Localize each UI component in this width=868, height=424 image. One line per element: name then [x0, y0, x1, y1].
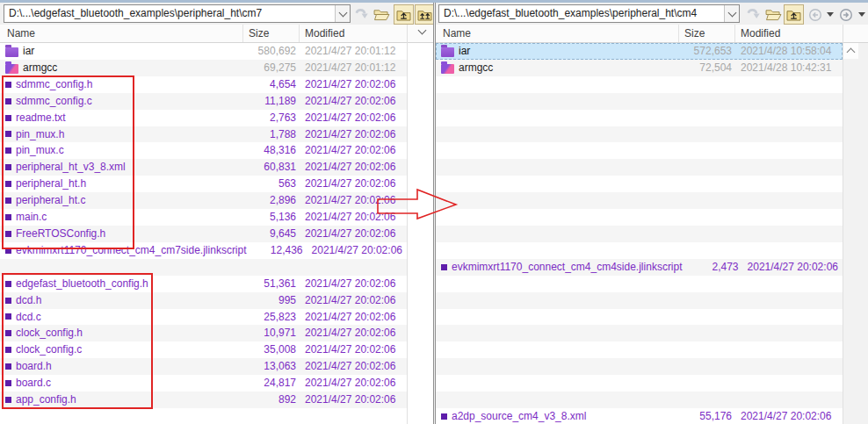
- file-square-icon: [5, 198, 11, 204]
- right-sync-arrow-button[interactable]: [743, 4, 763, 25]
- file-row[interactable]: readme.txt2,7632021/4/27 20:02:06: [0, 110, 407, 126]
- row-modified: 2021/4/27 20:02:06: [303, 341, 401, 358]
- file-square-icon: [5, 397, 11, 403]
- row-name-label: iar: [459, 43, 470, 60]
- blank-row: [436, 309, 843, 326]
- row-name-label: evkmimxrt1170_connect_cm4_cm4side.jlinks…: [452, 259, 683, 276]
- file-row[interactable]: pin_mux.h1,7882021/4/27 20:02:06: [0, 126, 407, 143]
- blank-row: [436, 325, 843, 341]
- left-combo-dropdown-button[interactable]: [335, 5, 350, 22]
- row-modified: 2021/4/27 20:02:06: [303, 325, 401, 341]
- row-size: 1,788: [247, 126, 296, 143]
- right-scrollbar[interactable]: [843, 43, 868, 424]
- row-size: 995: [247, 292, 296, 309]
- file-row[interactable]: app_config.h8922021/4/27 20:02:06: [0, 392, 407, 408]
- right-path-combobox[interactable]: D:\...\edgefast_bluetooth_examples\perip…: [438, 4, 740, 23]
- file-row[interactable]: edgefast_bluetooth_config.h51,3612021/4/…: [0, 276, 407, 292]
- row-size: 9,645: [247, 226, 296, 242]
- file-square-icon: [5, 181, 11, 187]
- file-square-icon: [5, 231, 11, 237]
- folder-row[interactable]: iar572,6532021/4/28 10:58:04: [436, 43, 843, 60]
- file-row[interactable]: dcd.c25,8232021/4/27 20:02:06: [0, 309, 407, 326]
- folder-row[interactable]: iar580,6922021/4/27 20:01:12: [0, 43, 407, 60]
- folder-row[interactable]: armgcc72,5042021/4/28 10:42:31: [436, 60, 843, 76]
- left-folder-up-button[interactable]: [394, 4, 414, 25]
- row-name-label: app_config.h: [16, 392, 76, 408]
- blank-row: [436, 76, 843, 93]
- folder-row[interactable]: armgcc69,2752021/4/27 20:01:12: [0, 60, 407, 76]
- row-modified: 2021/4/27 20:02:06: [303, 93, 401, 110]
- file-row[interactable]: board.h13,0632021/4/27 20:02:06: [0, 358, 407, 375]
- row-modified: 2021/4/27 20:02:06: [303, 176, 401, 192]
- right-combo-dropdown-button[interactable]: [724, 5, 739, 22]
- file-row[interactable]: clock_config.c35,0082021/4/27 20:02:06: [0, 341, 407, 358]
- row-size: 72,504: [683, 60, 732, 76]
- row-name: pin_mux.c: [5, 142, 240, 159]
- row-modified: 2021/4/27 20:02:06: [303, 159, 401, 176]
- row-modified: 2021/4/27 20:02:06: [303, 110, 401, 126]
- folder-up-icon: [396, 8, 411, 21]
- right-column-modified[interactable]: Modified: [739, 27, 837, 40]
- left-column-modified[interactable]: Modified: [303, 27, 401, 40]
- row-modified: 2021/4/27 20:02:06: [303, 192, 401, 209]
- nav-forward-menu-button[interactable]: [855, 4, 868, 25]
- blank-row: [436, 142, 843, 159]
- row-name-label: armgcc: [23, 60, 57, 76]
- file-square-icon: [5, 82, 11, 88]
- file-row[interactable]: peripheral_ht.h5632021/4/27 20:02:06: [0, 176, 407, 192]
- file-row[interactable]: board.c24,8172021/4/27 20:02:06: [0, 375, 407, 392]
- file-square-icon: [5, 248, 11, 254]
- blank-row: [436, 176, 843, 192]
- left-header-options-chevron-icon[interactable]: [418, 26, 427, 35]
- row-name: armgcc: [441, 60, 676, 76]
- nav-back-menu-button[interactable]: [823, 4, 837, 25]
- right-file-list: iar572,6532021/4/28 10:58:04armgcc72,504…: [436, 43, 843, 424]
- folder-icon: [441, 47, 454, 57]
- row-name-label: evkmimxrt1170_connect_cm4_cm7side.jlinks…: [16, 242, 247, 259]
- left-column-size[interactable]: Size: [247, 27, 296, 40]
- row-size: 11,189: [247, 93, 296, 110]
- left-browse-folder-button[interactable]: [372, 4, 392, 25]
- row-size: 563: [247, 176, 296, 192]
- row-name-label: a2dp_source_cm4_v3_8.xml: [452, 408, 586, 424]
- row-modified: 2021/4/27 20:01:12: [303, 60, 401, 76]
- chevron-down-icon: [727, 8, 736, 17]
- file-row[interactable]: sdmmc_config.h4,6542021/4/27 20:02:06: [0, 76, 407, 93]
- nav-forward-button[interactable]: [837, 4, 855, 25]
- file-square-icon: [5, 380, 11, 386]
- file-row[interactable]: evkmimxrt1170_connect_cm4_cm7side.jlinks…: [0, 242, 407, 259]
- file-row[interactable]: FreeRTOSConfig.h9,6452021/4/27 20:02:06: [0, 226, 407, 242]
- file-square-icon: [441, 264, 447, 270]
- right-folder-up-button[interactable]: [784, 4, 804, 25]
- file-row[interactable]: dcd.h9952021/4/27 20:02:06: [0, 292, 407, 309]
- right-column-name[interactable]: Name: [441, 27, 676, 40]
- file-row[interactable]: peripheral_ht_v3_8.xml60,8312021/4/27 20…: [0, 159, 407, 176]
- row-modified: 2021/4/28 10:42:31: [739, 60, 837, 76]
- row-name: clock_config.h: [5, 325, 240, 341]
- scroll-up-button[interactable]: [843, 43, 858, 59]
- file-row[interactable]: peripheral_ht.c2,8962021/4/27 20:02:06: [0, 192, 407, 209]
- row-size: 892: [247, 392, 296, 408]
- file-square-icon: [5, 147, 11, 154]
- file-row[interactable]: evkmimxrt1170_connect_cm4_cm4side.jlinks…: [436, 259, 843, 276]
- left-column-name[interactable]: Name: [5, 27, 240, 40]
- file-row[interactable]: pin_mux.c48,3162021/4/27 20:02:06: [0, 142, 407, 159]
- file-row[interactable]: clock_config.h10,9712021/4/27 20:02:06: [0, 325, 407, 341]
- row-modified: 2021/4/28 10:58:04: [739, 43, 837, 60]
- file-row[interactable]: sdmmc_config.c11,1892021/4/27 20:02:06: [0, 93, 407, 110]
- right-browse-folder-button[interactable]: [763, 4, 784, 25]
- right-column-size[interactable]: Size: [683, 27, 732, 40]
- left-sync-arrow-button[interactable]: [351, 4, 372, 25]
- row-name-label: main.c: [16, 209, 47, 226]
- file-row[interactable]: main.c5,1362021/4/27 20:02:06: [0, 209, 407, 226]
- left-path-combobox[interactable]: D:\...\edgefast_bluetooth_examples\perip…: [4, 4, 351, 23]
- left-scrollbar[interactable]: [408, 43, 433, 424]
- row-name: pin_mux.h: [5, 126, 240, 143]
- nav-back-button[interactable]: [807, 4, 824, 25]
- row-name-label: peripheral_ht.c: [16, 192, 85, 209]
- left-folder-up-root-button[interactable]: [415, 4, 434, 25]
- row-modified: 2021/4/27 20:02:06: [739, 408, 837, 424]
- file-row[interactable]: a2dp_source_cm4_v3_8.xml55,1762021/4/27 …: [436, 408, 843, 424]
- row-size: 5,136: [247, 209, 296, 226]
- row-size: 10,971: [247, 325, 296, 341]
